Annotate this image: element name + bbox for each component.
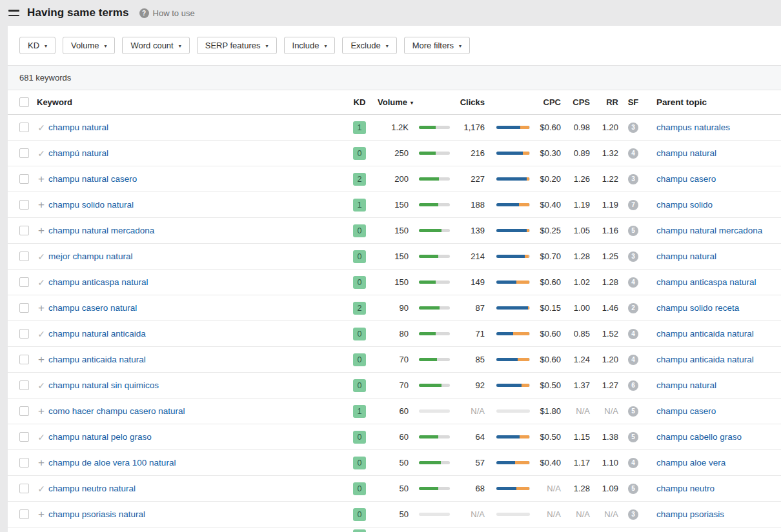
row-checkbox[interactable]	[19, 380, 29, 390]
keyword-link[interactable]: champú natural	[48, 148, 347, 158]
rr-value: 1.28	[590, 277, 618, 287]
keyword-link[interactable]: champu de aloe vera 100 natural	[48, 458, 347, 468]
rr-value: 1.27	[590, 380, 618, 390]
row-checkbox[interactable]	[19, 200, 29, 210]
keyword-link[interactable]: champu natural mercadona	[48, 226, 347, 235]
keyword-link[interactable]: mejor champu natural	[48, 251, 347, 261]
filter-more-filters-button[interactable]: More filters ▾	[404, 37, 470, 54]
parent-topic-link[interactable]: champu natural mercadona	[656, 226, 781, 235]
parent-topic-link[interactable]: champu cabello graso	[656, 432, 781, 442]
cps-value: 1.26	[561, 174, 590, 184]
add-plus-icon[interactable]: +	[36, 353, 46, 366]
filter-volume-button[interactable]: Volume ▾	[63, 37, 115, 54]
keyword-link[interactable]: champu casero natural	[48, 303, 347, 313]
how-to-use-link[interactable]: ? How to use	[139, 8, 195, 18]
row-checkbox[interactable]	[19, 148, 29, 158]
column-rr[interactable]: RR	[590, 97, 618, 107]
menu-icon[interactable]	[8, 10, 19, 16]
keyword-link[interactable]: champu anticaida natural	[48, 355, 347, 364]
clicks-value: 216	[450, 148, 485, 158]
volume-value: 70	[372, 380, 409, 390]
keyword-link[interactable]: champu solido natural	[48, 200, 347, 210]
how-to-use-label: How to use	[153, 8, 195, 18]
add-plus-icon[interactable]: +	[36, 405, 46, 418]
report-panel: KD ▾ Volume ▾ Word count ▾ SERP features…	[8, 26, 781, 532]
row-checkbox[interactable]	[19, 123, 29, 132]
row-checkbox[interactable]	[19, 509, 29, 519]
parent-topic-link[interactable]: champus naturales	[656, 123, 781, 132]
parent-topic-link[interactable]: champu aloe vera	[656, 458, 781, 468]
add-plus-icon[interactable]: +	[36, 457, 46, 469]
parent-topic-link[interactable]: champu anticaspa natural	[656, 277, 781, 287]
parent-topic-link[interactable]: champu natural	[656, 251, 781, 261]
keyword-link[interactable]: champu neutro natural	[48, 484, 347, 493]
column-parent-topic[interactable]: Parent topic	[656, 97, 781, 107]
keyword-link[interactable]: champu natural casero	[48, 174, 347, 184]
add-plus-icon[interactable]: +	[36, 224, 46, 237]
rr-value: 1.25	[590, 251, 618, 261]
clicks-value: N/A	[450, 509, 485, 519]
sf-badge: 4	[628, 277, 638, 288]
parent-topic-link[interactable]: champu neutro	[656, 484, 781, 493]
volume-bar	[419, 358, 450, 361]
parent-topic-link[interactable]: champu anticaida natural	[656, 329, 781, 339]
volume-bar	[419, 513, 450, 516]
row-checkbox[interactable]	[19, 458, 29, 468]
add-plus-icon[interactable]: +	[36, 199, 46, 212]
rr-value: N/A	[590, 406, 618, 416]
parent-topic-link[interactable]: champu psoriasis	[656, 509, 781, 519]
column-sf[interactable]: SF	[621, 97, 645, 107]
column-keyword[interactable]: Keyword	[37, 97, 347, 107]
filter-bar: KD ▾ Volume ▾ Word count ▾ SERP features…	[8, 26, 781, 66]
chevron-down-icon: ▾	[459, 43, 462, 49]
parent-topic-link[interactable]: champu solido	[656, 200, 781, 210]
row-checkbox[interactable]	[19, 277, 29, 287]
kd-badge: 0	[353, 147, 366, 160]
add-plus-icon[interactable]: +	[36, 173, 46, 186]
clicks-value: 57	[450, 458, 485, 468]
keyword-link[interactable]: champu anticaspa natural	[48, 277, 347, 287]
row-checkbox[interactable]	[19, 355, 29, 364]
parent-topic-link[interactable]: champu casero	[656, 174, 781, 184]
clicks-bar	[496, 487, 530, 490]
filter-serp-features-button[interactable]: SERP features ▾	[197, 37, 277, 54]
column-clicks[interactable]: Clicks	[450, 97, 485, 107]
volume-bar	[419, 229, 450, 232]
filter-kd-button[interactable]: KD ▾	[19, 37, 56, 54]
keyword-link[interactable]: champu natural	[48, 123, 347, 132]
row-checkbox[interactable]	[19, 174, 29, 184]
parent-topic-link[interactable]: champu anticaida natural	[656, 355, 781, 364]
row-checkbox[interactable]	[19, 432, 29, 442]
keyword-link[interactable]: champu psoriasis natural	[48, 509, 347, 519]
filter-word-count-button[interactable]: Word count ▾	[122, 37, 189, 54]
row-checkbox[interactable]	[19, 484, 29, 493]
select-all-checkbox[interactable]	[19, 97, 29, 107]
column-cps[interactable]: CPS	[561, 97, 590, 107]
keyword-link[interactable]: champu natural anticaida	[48, 329, 347, 339]
row-checkbox[interactable]	[19, 226, 29, 235]
row-checkbox[interactable]	[19, 329, 29, 339]
row-checkbox[interactable]	[19, 251, 29, 261]
column-cpc[interactable]: CPC	[530, 97, 561, 107]
add-plus-icon[interactable]: +	[36, 508, 46, 521]
filter-label: SERP features	[205, 41, 261, 50]
row-checkbox[interactable]	[19, 303, 29, 313]
row-checkbox[interactable]	[19, 406, 29, 416]
parent-topic-link[interactable]: champu natural	[656, 380, 781, 390]
column-volume[interactable]: Volume ▾	[372, 97, 450, 107]
parent-topic-link[interactable]: champu solido receta	[656, 303, 781, 313]
keyword-link[interactable]: champu natural sin quimicos	[48, 380, 347, 390]
filter-include-button[interactable]: Include ▾	[284, 37, 336, 54]
table-row: ✓ champu natural sin quimicos 0 70 92 $0…	[8, 373, 781, 399]
clicks-value: 92	[450, 380, 485, 390]
filter-exclude-button[interactable]: Exclude ▾	[342, 37, 396, 54]
parent-topic-link[interactable]: champu natural	[656, 148, 781, 158]
parent-topic-link[interactable]: champu casero	[656, 406, 781, 416]
column-kd[interactable]: KD	[347, 97, 372, 107]
kd-badge: 2	[353, 302, 366, 315]
table-row: ✓ champu natural 1 1.2K 1,176 $0.60 0.98…	[8, 115, 781, 141]
keyword-link[interactable]: champu natural pelo graso	[48, 432, 347, 442]
keyword-link[interactable]: como hacer champu casero natural	[48, 406, 347, 416]
added-check-icon: ✓	[36, 380, 46, 391]
add-plus-icon[interactable]: +	[36, 302, 46, 315]
